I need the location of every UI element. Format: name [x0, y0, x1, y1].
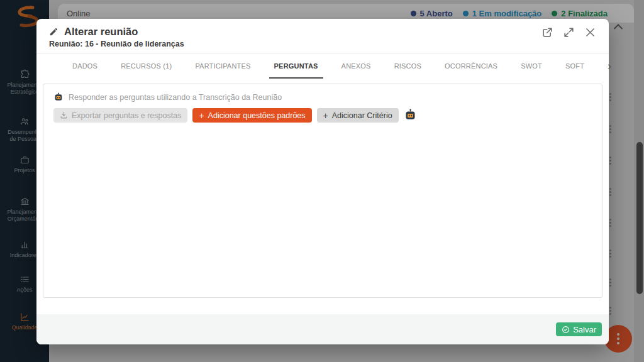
- alterar-reuniao-modal: Alterar reunião Reunião: 16 - Reunião de…: [36, 19, 609, 344]
- modal-tabs: DADOS RECURSOS (1) PARTICIPANTES PERGUNT…: [36, 53, 609, 79]
- tab-ocorrencias[interactable]: OCORRÊNCIAS: [445, 53, 497, 79]
- check-circle-icon: [562, 326, 570, 334]
- plus-icon: +: [199, 111, 204, 120]
- tab-recursos[interactable]: RECURSOS (1): [121, 53, 172, 79]
- tab-perguntas[interactable]: PERGUNTAS: [274, 53, 318, 79]
- tab-swot[interactable]: SWOT: [521, 53, 542, 79]
- perguntas-panel: Responder as perguntas utilizando a Tran…: [43, 84, 602, 298]
- edit-pencil-icon: [49, 27, 58, 36]
- add-criterion-button[interactable]: + Adicionar Critério: [317, 108, 399, 123]
- tab-participantes[interactable]: PARTICIPANTES: [195, 53, 250, 79]
- tab-soft[interactable]: SOFT: [565, 53, 584, 79]
- ai-assistant-button[interactable]: [404, 109, 417, 122]
- save-button[interactable]: Salvar: [556, 322, 602, 336]
- tab-dados[interactable]: DADOS: [72, 53, 97, 79]
- add-default-questions-button[interactable]: + Adicionar questões padrões: [192, 108, 311, 123]
- expand-fullscreen-icon[interactable]: [563, 26, 575, 38]
- tabs-scroll-right-icon[interactable]: ›: [608, 53, 611, 79]
- tab-anexos[interactable]: ANEXOS: [341, 53, 371, 79]
- robot-icon: [53, 92, 64, 102]
- open-external-icon[interactable]: [541, 26, 553, 38]
- modal-footer: Salvar: [36, 314, 609, 344]
- tab-riscos[interactable]: RISCOS: [394, 53, 421, 79]
- transcription-hint-text: Responder as perguntas utilizando a Tran…: [69, 93, 282, 102]
- modal-subtitle: Reunião: 16 - Reunião de lideranças: [49, 40, 596, 48]
- close-icon[interactable]: [584, 26, 596, 38]
- modal-header: Alterar reunião Reunião: 16 - Reunião de…: [36, 19, 609, 53]
- plus-icon: +: [323, 111, 328, 120]
- robot-icon: [404, 109, 417, 122]
- download-icon: [60, 111, 68, 119]
- export-questions-button[interactable]: Exportar perguntas e respostas: [53, 108, 187, 123]
- modal-title: Alterar reunião: [64, 26, 138, 38]
